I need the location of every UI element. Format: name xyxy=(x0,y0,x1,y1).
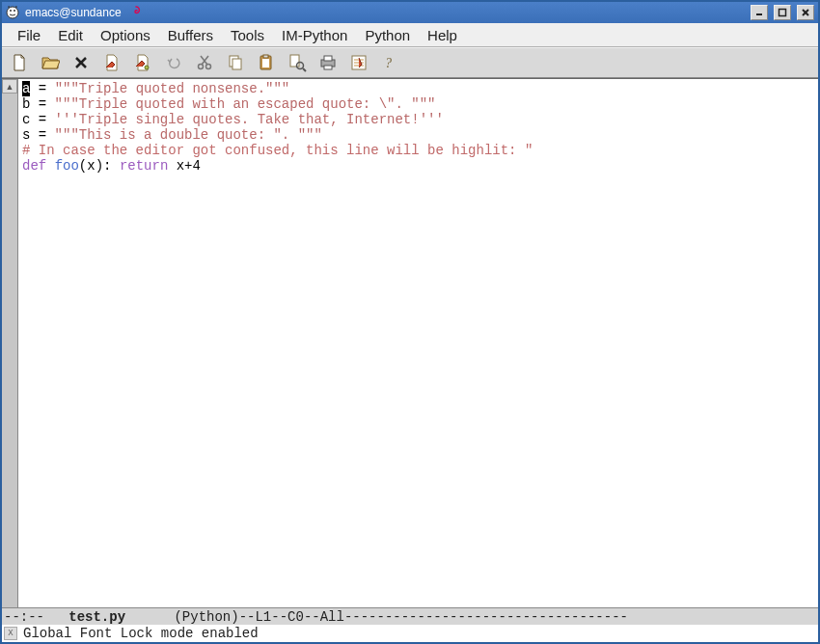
svg-rect-19 xyxy=(290,55,299,67)
echo-message: Global Font Lock mode enabled xyxy=(23,625,259,642)
string-literal: """This is a double quote: ". """ xyxy=(55,127,322,143)
new-file-icon[interactable] xyxy=(8,51,31,74)
menu-edit[interactable]: Edit xyxy=(50,25,91,45)
function-name: foo xyxy=(55,158,79,174)
code-text: x xyxy=(87,158,95,174)
menu-im-python[interactable]: IM-Python xyxy=(274,25,355,45)
svg-rect-4 xyxy=(779,10,786,16)
close-icon[interactable] xyxy=(69,51,93,74)
modeline-flags: --:-- xyxy=(4,609,52,625)
scrollbar[interactable]: ▲ xyxy=(2,79,18,607)
menubar: File Edit Options Buffers Tools IM-Pytho… xyxy=(2,23,818,47)
debian-swirl-icon xyxy=(129,5,143,21)
svg-line-12 xyxy=(202,56,208,65)
code-text: c = xyxy=(22,112,55,127)
emacs-window: emacs@sundance File Edit Options Buffers… xyxy=(0,0,820,644)
close-window-button[interactable] xyxy=(797,5,814,20)
preferences-icon[interactable] xyxy=(347,51,370,74)
code-text: = xyxy=(30,81,54,96)
code-text: b = xyxy=(22,96,55,112)
paste-icon[interactable] xyxy=(255,51,278,74)
toolbar: ? xyxy=(2,47,818,78)
maximize-button[interactable] xyxy=(774,5,791,20)
keyword-return: return xyxy=(120,158,168,174)
menu-help[interactable]: Help xyxy=(420,25,465,45)
modeline-filename: test.py xyxy=(52,609,150,625)
modeline: --:-- test.py (Python)--L1--C0--All-----… xyxy=(2,607,818,625)
window-title: emacs@sundance xyxy=(25,6,122,19)
code-text xyxy=(46,158,54,174)
svg-line-21 xyxy=(303,68,306,71)
string-literal: """Triple quoted nonsense.""" xyxy=(55,81,290,96)
svg-line-13 xyxy=(201,56,207,65)
menu-tools[interactable]: Tools xyxy=(223,25,272,45)
menu-options[interactable]: Options xyxy=(93,25,158,45)
string-literal: """Triple quoted with an escaped quote: … xyxy=(55,96,436,112)
svg-rect-15 xyxy=(232,59,241,69)
code-text: x+4 xyxy=(168,158,201,174)
svg-rect-23 xyxy=(324,56,332,61)
scroll-up-icon[interactable]: ▲ xyxy=(2,79,17,94)
menu-buffers[interactable]: Buffers xyxy=(160,25,221,45)
svg-rect-24 xyxy=(324,66,332,69)
emacs-app-icon xyxy=(6,6,19,19)
undo-icon[interactable] xyxy=(162,51,185,74)
search-replace-icon[interactable] xyxy=(286,51,309,74)
cut-icon[interactable] xyxy=(193,51,216,74)
code-text xyxy=(111,158,119,174)
modeline-status: (Python)--L1--C0--All-------------------… xyxy=(150,609,628,625)
svg-point-1 xyxy=(10,10,12,12)
menu-python[interactable]: Python xyxy=(357,25,418,45)
save-icon[interactable] xyxy=(100,51,123,74)
help-icon[interactable]: ? xyxy=(378,51,401,74)
svg-text:?: ? xyxy=(385,56,392,70)
svg-point-2 xyxy=(14,10,15,12)
code-text: ): xyxy=(96,158,112,174)
keyword-def: def xyxy=(22,158,46,174)
minimize-button[interactable] xyxy=(751,5,768,20)
code-text: s = xyxy=(22,127,55,143)
save-as-icon[interactable] xyxy=(131,51,154,74)
echo-area: X Global Font Lock mode enabled xyxy=(2,625,818,642)
svg-point-0 xyxy=(7,7,18,18)
comment: # In case the editor got confused, this … xyxy=(22,143,533,158)
print-icon[interactable] xyxy=(316,51,340,74)
code-text: ( xyxy=(79,158,87,174)
svg-rect-17 xyxy=(263,55,268,58)
string-literal: '''Triple single quotes. Take that, Inte… xyxy=(55,112,444,127)
menu-file[interactable]: File xyxy=(10,25,48,45)
scroll-track[interactable] xyxy=(2,94,17,607)
titlebar: emacs@sundance xyxy=(2,2,818,23)
open-folder-icon[interactable] xyxy=(39,51,62,74)
svg-point-9 xyxy=(145,66,149,69)
minibuffer-widget: X xyxy=(4,627,17,640)
editor-area: ▲ a = """Triple quoted nonsense.""" b = … xyxy=(2,78,818,607)
text-buffer[interactable]: a = """Triple quoted nonsense.""" b = ""… xyxy=(18,79,818,607)
copy-icon[interactable] xyxy=(224,51,247,74)
svg-rect-18 xyxy=(262,59,269,67)
